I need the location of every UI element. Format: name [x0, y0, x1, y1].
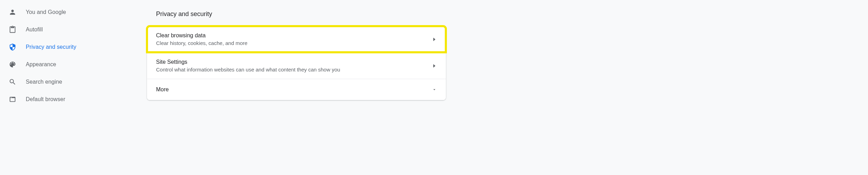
row-subtitle: Control what information websites can us…	[156, 67, 340, 73]
shield-icon	[8, 43, 17, 51]
browser-icon	[8, 95, 17, 104]
sidebar-item-autofill[interactable]: Autofill	[0, 21, 132, 38]
row-site-settings[interactable]: Site Settings Control what information w…	[147, 52, 446, 79]
row-title: More	[156, 85, 169, 94]
row-subtitle: Clear history, cookies, cache, and more	[156, 40, 247, 46]
clipboard-icon	[8, 25, 17, 34]
sidebar-item-label: Search engine	[26, 79, 62, 85]
settings-sidebar: You and Google Autofill Privacy and secu…	[0, 0, 132, 175]
row-text: More	[156, 85, 169, 94]
settings-main: Privacy and security Clear browsing data…	[132, 0, 868, 175]
arrow-right-icon	[432, 63, 437, 68]
row-text: Clear browsing data Clear history, cooki…	[156, 32, 247, 46]
person-icon	[8, 8, 17, 16]
sidebar-item-default-browser[interactable]: Default browser	[0, 91, 132, 108]
sidebar-item-privacy-security[interactable]: Privacy and security	[0, 38, 132, 56]
sidebar-item-label: Default browser	[26, 96, 65, 102]
privacy-card-group: Clear browsing data Clear history, cooki…	[147, 26, 446, 100]
sidebar-item-label: Appearance	[26, 61, 56, 68]
row-clear-browsing-data[interactable]: Clear browsing data Clear history, cooki…	[147, 26, 446, 52]
row-title: Clear browsing data	[156, 32, 247, 39]
sidebar-item-label: Autofill	[26, 26, 43, 33]
row-text: Site Settings Control what information w…	[156, 59, 340, 73]
sidebar-item-label: You and Google	[26, 9, 66, 15]
sidebar-item-search-engine[interactable]: Search engine	[0, 73, 132, 91]
sidebar-item-you-and-google[interactable]: You and Google	[0, 3, 132, 21]
section-title: Privacy and security	[147, 10, 868, 18]
search-icon	[8, 78, 17, 86]
row-title: Site Settings	[156, 59, 340, 65]
row-more[interactable]: More	[147, 79, 446, 100]
palette-icon	[8, 60, 17, 69]
chevron-down-icon	[432, 87, 437, 92]
arrow-right-icon	[432, 37, 437, 42]
sidebar-item-appearance[interactable]: Appearance	[0, 56, 132, 73]
sidebar-item-label: Privacy and security	[26, 44, 76, 50]
